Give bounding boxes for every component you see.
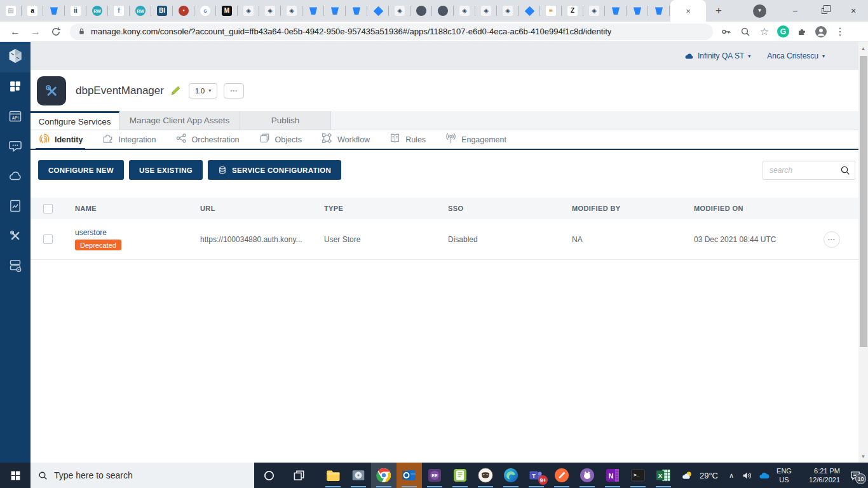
- kony-tab[interactable]: ◈: [583, 0, 605, 22]
- command-prompt[interactable]: >_: [625, 463, 651, 488]
- teams[interactable]: T9+: [524, 463, 549, 488]
- nav-support[interactable]: [0, 132, 31, 162]
- extensions-icon[interactable]: [794, 24, 810, 40]
- cortana-button[interactable]: [254, 463, 284, 488]
- rw-tab[interactable]: RW: [130, 0, 151, 22]
- row-checkbox[interactable]: [43, 234, 53, 244]
- browser-menu-icon[interactable]: ⋮: [832, 24, 848, 40]
- bookmark-star-icon[interactable]: ☆: [756, 24, 773, 40]
- nav-environments[interactable]: [0, 252, 31, 281]
- bitbucket-tab[interactable]: [43, 0, 65, 22]
- restore-button[interactable]: [810, 0, 839, 22]
- tab-close-icon[interactable]: ×: [683, 6, 693, 16]
- profile-avatar[interactable]: [815, 25, 827, 38]
- zigzag-tab[interactable]: Z: [562, 0, 583, 22]
- browser-update-icon[interactable]: ▼: [753, 4, 766, 18]
- onenote[interactable]: N: [600, 463, 625, 488]
- search-icon[interactable]: [840, 165, 850, 175]
- nav-reports[interactable]: [0, 192, 31, 222]
- kony-tab[interactable]: ◈: [497, 0, 519, 22]
- forward-button[interactable]: →: [27, 24, 44, 40]
- amazon-tab[interactable]: a: [22, 0, 43, 22]
- stackoverflow-tab[interactable]: ≡: [540, 0, 562, 22]
- tab-configure-services[interactable]: Configure Services: [31, 111, 119, 130]
- tab-publish[interactable]: Publish: [240, 111, 331, 130]
- scroll-up-arrow[interactable]: ▲: [858, 42, 868, 55]
- bitbucket-tab[interactable]: [648, 0, 670, 22]
- subtab-integration[interactable]: Integration: [102, 130, 156, 149]
- outlook[interactable]: [397, 463, 422, 488]
- subtab-engagement[interactable]: Engagement: [445, 130, 506, 149]
- service-name-link[interactable]: userstore: [75, 228, 107, 237]
- configure-new-button[interactable]: CONFIGURE NEW: [38, 160, 124, 180]
- minimize-button[interactable]: −: [780, 0, 810, 22]
- bitbucket-tab[interactable]: [324, 0, 346, 22]
- password-key-icon[interactable]: [718, 24, 735, 40]
- kony-tab[interactable]: ◈: [281, 0, 302, 22]
- kony-tab[interactable]: ◈: [389, 0, 410, 22]
- bitbucket-tab[interactable]: [346, 0, 367, 22]
- black-m-tab[interactable]: M: [216, 0, 238, 22]
- nav-cloud[interactable]: [0, 162, 31, 192]
- app-installer[interactable]: [346, 463, 371, 488]
- select-all-checkbox[interactable]: [43, 204, 53, 214]
- taskbar-search-input[interactable]: [54, 470, 247, 480]
- github-desktop[interactable]: [574, 463, 600, 488]
- notification-center-button[interactable]: 10: [843, 463, 868, 488]
- google-tab[interactable]: G: [194, 0, 216, 22]
- notepad-plus-plus[interactable]: [447, 463, 473, 488]
- language-indicator[interactable]: ENG US: [773, 466, 796, 485]
- subtab-objects[interactable]: Objects: [259, 130, 302, 149]
- excel[interactable]: X: [651, 463, 676, 488]
- jira-tab[interactable]: [519, 0, 540, 22]
- nav-apps[interactable]: [0, 72, 31, 102]
- chrome[interactable]: [371, 463, 397, 488]
- temperature-label[interactable]: 29°C: [700, 471, 718, 480]
- kony-tab[interactable]: ◈: [238, 0, 259, 22]
- kony-tab[interactable]: ◈: [259, 0, 281, 22]
- tray-expand-chevron[interactable]: ∧: [724, 463, 738, 488]
- start-button[interactable]: [0, 463, 31, 488]
- kony-tab[interactable]: ◈: [475, 0, 497, 22]
- active-tab[interactable]: ×: [670, 0, 706, 22]
- service-configuration-button[interactable]: SERVICE CONFIGURATION: [208, 160, 341, 180]
- use-existing-button[interactable]: USE EXISTING: [129, 160, 203, 180]
- grammarly-icon[interactable]: G: [777, 25, 789, 37]
- runners-tab[interactable]: ii: [65, 0, 86, 22]
- volume-icon[interactable]: [738, 463, 755, 488]
- flower-tab[interactable]: *: [173, 0, 194, 22]
- nav-settings[interactable]: [0, 222, 31, 252]
- bi-tab[interactable]: BI: [151, 0, 173, 22]
- kony-tab[interactable]: ◈: [454, 0, 475, 22]
- user-menu[interactable]: Anca Cristescu ▾: [767, 51, 825, 60]
- file-explorer[interactable]: [320, 463, 346, 488]
- globe-tab[interactable]: [432, 0, 454, 22]
- row-actions-button[interactable]: •••: [824, 231, 840, 248]
- version-dropdown[interactable]: 1.0 ▾: [189, 83, 217, 98]
- taskbar-search[interactable]: [31, 463, 254, 488]
- blue-f-tab[interactable]: f: [108, 0, 130, 22]
- subtab-identity[interactable]: Identity: [38, 130, 83, 149]
- tab-manage-client-app-assets[interactable]: Manage Client App Assets: [119, 111, 240, 130]
- scroll-down-arrow[interactable]: ▼: [858, 450, 868, 463]
- scrollbar-thumb[interactable]: [860, 56, 867, 347]
- nav-api-management[interactable]: API: [0, 102, 31, 132]
- subtab-rules[interactable]: Rules: [389, 130, 426, 149]
- bitbucket-tab[interactable]: [627, 0, 648, 22]
- address-bar[interactable]: manage.kony.com/console/?account_guid=ff…: [70, 24, 713, 40]
- postman[interactable]: [549, 463, 574, 488]
- kony-logo[interactable]: [0, 42, 31, 72]
- clock[interactable]: 6:21 PM 12/6/2021: [796, 466, 843, 485]
- edge[interactable]: [498, 463, 524, 488]
- subtab-orchestration[interactable]: Orchestration: [175, 130, 240, 149]
- dbeaver[interactable]: [473, 463, 498, 488]
- weather-icon[interactable]: [678, 463, 697, 488]
- onedrive-icon[interactable]: [755, 463, 773, 488]
- rw-tab[interactable]: RW: [86, 0, 108, 22]
- eclipse-ide[interactable]: EE: [422, 463, 447, 488]
- subtab-workflow[interactable]: Workflow: [321, 130, 370, 149]
- jira-tab[interactable]: [367, 0, 389, 22]
- bitbucket-tab[interactable]: [302, 0, 324, 22]
- workspace-selector[interactable]: Infinity QA ST ▾: [684, 51, 750, 61]
- new-tab-button[interactable]: +: [710, 2, 728, 20]
